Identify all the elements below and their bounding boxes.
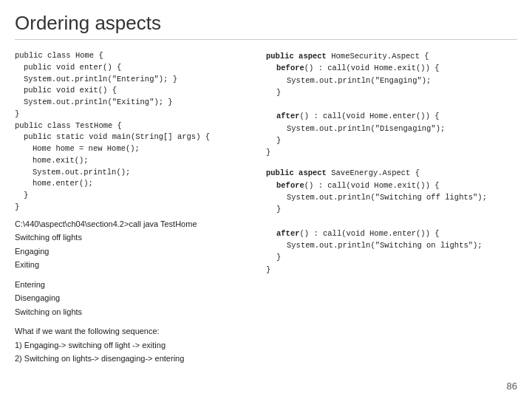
output-engaging: Engaging <box>15 245 251 258</box>
left-column: public class Home { public void enter() … <box>15 50 251 366</box>
code-line: public aspect HomeSecurity.Aspect { <box>266 50 517 62</box>
page: Ordering aspects public class Home { pub… <box>0 0 532 399</box>
code-line: } <box>266 146 517 158</box>
page-number: 86 <box>507 381 517 392</box>
output-disengaging: Disengaging <box>15 292 251 304</box>
code-line: } <box>266 264 517 276</box>
output-switching-on: Switching on lights <box>15 306 251 318</box>
save-energy-aspect: public aspect SaveEnergy.Aspect { before… <box>266 167 517 275</box>
code-line: before() : call(void Home.exit()) { <box>266 180 517 191</box>
code-spacer <box>266 98 517 110</box>
code-line: public void exit() { System.out.println(… <box>15 85 251 109</box>
output-entering: Entering <box>15 279 251 291</box>
code-line: public aspect SaveEnergy.Aspect { <box>266 167 517 179</box>
question-text: What if we want the following sequence: <box>15 325 251 338</box>
code-line: System.out.println("Disengaging"); <box>266 123 517 134</box>
page-title: Ordering aspects <box>15 12 517 40</box>
code-line: } <box>266 203 517 215</box>
code-line: System.out.println(); <box>15 167 251 179</box>
step-1: 1) Engaging-> switching off light -> exi… <box>15 339 251 352</box>
code-line: } <box>266 86 517 98</box>
code-line: System.out.println("Engaging"); <box>266 75 517 86</box>
code-line: } <box>266 251 517 263</box>
code-line: } <box>15 109 251 120</box>
code-line: } <box>15 190 251 202</box>
code-line: } <box>266 134 517 146</box>
code-spacer <box>266 215 517 227</box>
code-line: after() : call(void Home.enter()) { <box>266 110 517 122</box>
output-exiting: Exiting <box>15 259 251 271</box>
java-code-block: public class Home { public void enter() … <box>15 50 251 214</box>
code-line: before() : call(void Home.exit()) { <box>266 62 517 74</box>
code-line: } <box>15 202 251 214</box>
output-switching-off: Switching off lights <box>15 231 251 244</box>
code-line: System.out.println("Switching on lights"… <box>266 239 517 251</box>
code-line: public void enter() { System.out.println… <box>15 62 251 86</box>
code-line: System.out.println("Switching off lights… <box>266 191 517 203</box>
right-column: public aspect HomeSecurity.Aspect { befo… <box>266 50 517 366</box>
code-line: after() : call(void Home.enter()) { <box>266 228 517 239</box>
code-line: public static void main(String[] args) { <box>15 132 251 143</box>
classpath-line: C:\440\aspect\ch04\section4.2>call java … <box>15 218 251 231</box>
step-2: 2) Switching on lights-> disengaging-> e… <box>15 352 251 365</box>
code-line: home.enter(); <box>15 178 251 190</box>
home-security-aspect: public aspect HomeSecurity.Aspect { befo… <box>266 50 517 158</box>
code-line: public class Home { <box>15 50 251 62</box>
code-line: home.exit(); <box>15 155 251 167</box>
code-line: public class TestHome { <box>15 120 251 132</box>
content-area: public class Home { public void enter() … <box>15 50 517 366</box>
code-line: Home home = new Home(); <box>15 143 251 155</box>
